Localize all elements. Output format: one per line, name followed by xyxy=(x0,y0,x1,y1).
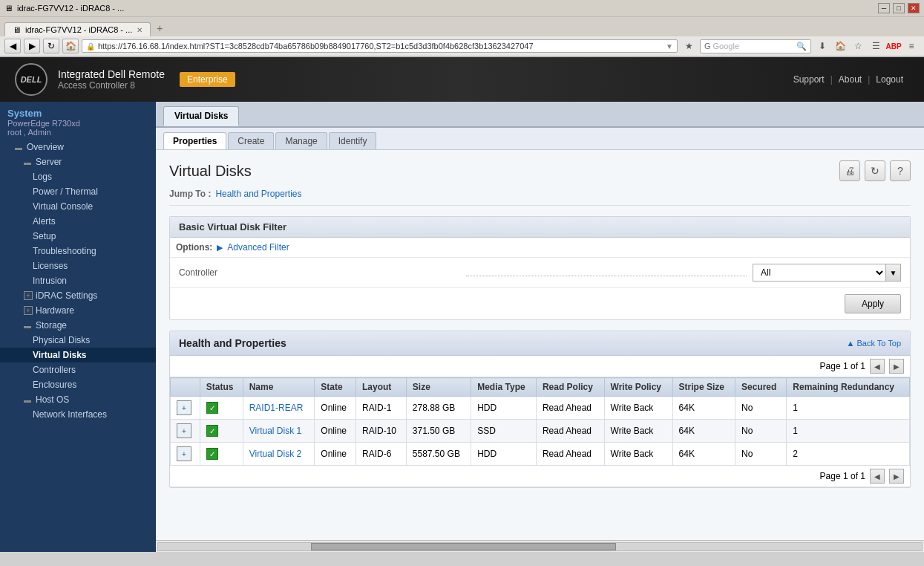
sidebar-item-power-thermal[interactable]: Power / Thermal xyxy=(0,184,156,199)
reader-button[interactable]: ☰ xyxy=(868,39,884,53)
row-read-policy-1: Read Ahead xyxy=(536,420,604,443)
url-text: https://176.16.68.1/index.html?ST1=3c852… xyxy=(98,42,666,51)
controller-select-arrow[interactable]: ▼ xyxy=(886,264,901,282)
sidebar-item-controllers[interactable]: Controllers xyxy=(0,362,156,377)
search-placeholder: Google xyxy=(713,42,739,51)
search-bar[interactable]: G Google 🔍 xyxy=(700,39,811,53)
home-nav-button[interactable]: 🏠 xyxy=(832,39,848,53)
sidebar-item-virtual-console[interactable]: Virtual Console xyxy=(0,199,156,214)
addon-button[interactable]: ABP xyxy=(885,39,902,53)
row-expand-0[interactable]: + xyxy=(171,397,200,420)
ssl-icon: 🔒 xyxy=(86,42,95,51)
prev-page-button[interactable]: ◀ xyxy=(870,359,885,374)
close-button[interactable]: ✕ xyxy=(908,3,920,13)
sidebar-item-network-interfaces[interactable]: Network Interfaces xyxy=(0,407,156,422)
sidebar-item-enclosures[interactable]: Enclosures xyxy=(0,377,156,392)
sidebar-label-idrac-settings: iDRAC Settings xyxy=(36,290,97,301)
sidebar-label-controllers: Controllers xyxy=(33,365,76,375)
tab-virtual-disks[interactable]: Virtual Disks xyxy=(163,106,239,126)
sidebar-label-overview: Overview xyxy=(27,142,64,152)
back-to-top-link[interactable]: ▲ Back To Top xyxy=(847,339,901,348)
next-page-button[interactable]: ▶ xyxy=(889,359,904,374)
controller-select[interactable]: All xyxy=(753,264,886,282)
row-name-2[interactable]: Virtual Disk 2 xyxy=(243,443,315,466)
page-actions: 🖨 ↻ ? xyxy=(839,160,911,181)
print-button[interactable]: 🖨 xyxy=(839,160,860,181)
row-status-2: ✓ xyxy=(200,443,243,466)
apply-button[interactable]: Apply xyxy=(845,294,901,313)
row-remaining-1: 1 xyxy=(787,420,910,443)
row-name-1[interactable]: Virtual Disk 1 xyxy=(243,420,315,443)
sidebar-item-troubleshooting[interactable]: Troubleshooting xyxy=(0,244,156,258)
maximize-button[interactable]: □ xyxy=(893,3,905,13)
new-tab-button[interactable]: + xyxy=(151,20,168,36)
forward-button[interactable]: ▶ xyxy=(24,39,40,53)
browser-tab[interactable]: 🖥 idrac-FG7VV12 - iDRAC8 - ... ✕ xyxy=(4,22,151,36)
col-remaining-redundancy: Remaining Redundancy xyxy=(787,378,910,397)
disk-table: Status Name State Layout Size Media Type… xyxy=(170,377,910,466)
scroll-thumb[interactable] xyxy=(311,543,617,550)
table-row: + ✓ RAID1-REAR Online RAID-1 278.88 GB H… xyxy=(171,397,910,420)
logout-link[interactable]: Logout xyxy=(870,74,909,85)
row-write-policy-1: Write Back xyxy=(604,420,672,443)
dell-logo-text: DELL xyxy=(21,75,42,84)
page-info-bottom: Page 1 of 1 xyxy=(820,471,865,481)
jump-to-link[interactable]: Health and Properties xyxy=(215,189,301,199)
app-header: DELL Integrated Dell Remote Access Contr… xyxy=(0,57,924,102)
sidebar-item-setup[interactable]: Setup xyxy=(0,229,156,244)
row-expand-1[interactable]: + xyxy=(171,420,200,443)
col-read-policy: Read Policy xyxy=(536,378,604,397)
sidebar-label-network-interfaces: Network Interfaces xyxy=(33,409,107,420)
sidebar-item-hardware[interactable]: + Hardware xyxy=(0,303,156,318)
main-tabs: Virtual Disks xyxy=(156,102,924,128)
minimize-button[interactable]: ─ xyxy=(878,3,890,13)
sidebar-item-host-os[interactable]: ▬ Host OS xyxy=(0,392,156,407)
download-button[interactable]: ⬇ xyxy=(814,39,830,53)
row-name-0[interactable]: RAID1-REAR xyxy=(243,397,315,420)
row-expand-2[interactable]: + xyxy=(171,443,200,466)
about-link[interactable]: About xyxy=(833,74,868,85)
sub-tab-manage[interactable]: Manage xyxy=(275,132,327,149)
address-dropdown-icon[interactable]: ▼ xyxy=(666,42,673,51)
prev-page-button-bottom[interactable]: ◀ xyxy=(870,469,885,484)
advanced-filter-link[interactable]: Advanced Filter xyxy=(227,242,289,253)
reload-button[interactable]: ↻ xyxy=(43,39,59,53)
sidebar-label-hardware: Hardware xyxy=(36,305,74,316)
sub-tab-properties[interactable]: Properties xyxy=(163,132,226,149)
tab-close-button[interactable]: ✕ xyxy=(137,26,142,34)
row-state-1: Online xyxy=(315,420,356,443)
menu-button[interactable]: ≡ xyxy=(903,39,920,53)
row-secured-1: No xyxy=(735,420,787,443)
sub-tab-create[interactable]: Create xyxy=(228,132,274,149)
sidebar-item-idrac-settings[interactable]: + iDRAC Settings xyxy=(0,288,156,303)
row-layout-2: RAID-6 xyxy=(355,443,406,466)
sidebar-system-title: System xyxy=(7,108,148,119)
support-link[interactable]: Support xyxy=(787,74,830,85)
bookmark-star-button[interactable]: ★ xyxy=(681,39,697,53)
sidebar-item-physical-disks[interactable]: Physical Disks xyxy=(0,333,156,348)
sidebar-item-virtual-disks[interactable]: Virtual Disks xyxy=(0,348,156,362)
refresh-button[interactable]: ↻ xyxy=(865,160,885,181)
sidebar-item-overview[interactable]: ▬ Overview xyxy=(0,140,156,154)
sidebar-item-server[interactable]: ▬ Server xyxy=(0,154,156,169)
sidebar-item-licenses[interactable]: Licenses xyxy=(0,258,156,273)
header-left: DELL Integrated Dell Remote Access Contr… xyxy=(15,63,235,96)
address-bar[interactable]: 🔒 https://176.16.68.1/index.html?ST1=3c8… xyxy=(82,39,678,53)
horizontal-scrollbar[interactable] xyxy=(156,540,924,552)
row-read-policy-2: Read Ahead xyxy=(536,443,604,466)
sidebar-label-storage: Storage xyxy=(36,320,67,331)
sidebar-item-alerts[interactable]: Alerts xyxy=(0,214,156,229)
help-button[interactable]: ? xyxy=(890,160,911,181)
back-button[interactable]: ◀ xyxy=(4,39,21,53)
controller-select-wrap: All ▼ xyxy=(753,264,901,282)
tab-favicon: 🖥 xyxy=(13,25,21,34)
health-section: Health and Properties ▲ Back To Top Page… xyxy=(169,331,911,488)
star-button[interactable]: ☆ xyxy=(850,39,866,53)
next-page-button-bottom[interactable]: ▶ xyxy=(889,469,904,484)
sub-tab-identify[interactable]: Identify xyxy=(329,132,377,149)
sidebar-item-storage[interactable]: ▬ Storage xyxy=(0,318,156,333)
home-button[interactable]: 🏠 xyxy=(62,39,79,53)
dell-logo: DELL xyxy=(15,63,47,96)
sidebar-item-intrusion[interactable]: Intrusion xyxy=(0,273,156,288)
sidebar-item-logs[interactable]: Logs xyxy=(0,169,156,184)
